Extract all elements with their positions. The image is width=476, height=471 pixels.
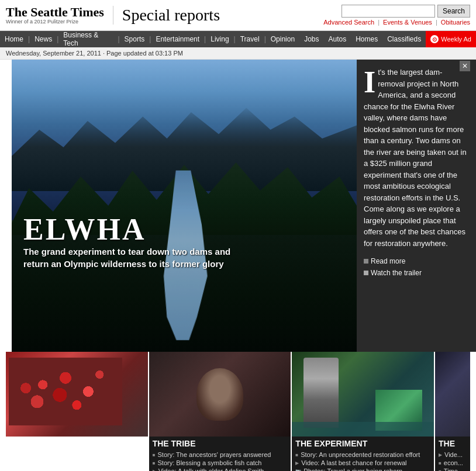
thumb-experiment-label: THE EXPERIMENT Story: An unprecedented r…	[292, 437, 434, 471]
thumb-tribe-list: Story: The ancestors' prayers answered S…	[153, 451, 288, 471]
thumb-fourth: THE Vide... econ... Time... Phot...	[435, 352, 470, 471]
thumb-tribe: THE TRIBE Story: The ancestors' prayers …	[149, 352, 292, 471]
nav-jobs[interactable]: Jobs	[299, 31, 323, 47]
site-header: The Seattle Times Winner of a 2012 Pulit…	[0, 0, 476, 31]
thumb-fourth-title: THE	[439, 439, 467, 448]
weekly-ad-button[interactable]: ⊙ Weekly Ad	[426, 31, 476, 47]
close-button[interactable]: ✕	[460, 61, 470, 71]
divider: |	[378, 19, 381, 26]
bullet-icon	[364, 259, 368, 264]
feature-subtitle: The grand experiment to tear down two da…	[23, 245, 234, 270]
list-item[interactable]: Video: A talk with elder Adeline Smith	[153, 467, 288, 471]
dateline: Wednesday, September 21, 2011 · Page upd…	[0, 47, 476, 60]
thumb-experiment-list: Story: An unprecedented restoration effo…	[295, 451, 430, 471]
nav-news[interactable]: News	[30, 31, 57, 47]
nav-living[interactable]: Living	[206, 31, 233, 47]
list-item[interactable]: Photos: Travel a river being reborn	[295, 467, 430, 471]
feature-photo	[12, 60, 357, 352]
logo-area: The Seattle Times Winner of a 2012 Pulit…	[6, 6, 113, 25]
feature-section: ELWHA The grand experiment to tear down …	[12, 60, 476, 352]
nav-home[interactable]: Home	[0, 31, 28, 47]
feature-body: I t's the largest dam-removal project in…	[364, 67, 469, 249]
thumbnails-row: REVEGETATION Interactive: A seed sampler…	[6, 352, 470, 471]
water-graphic	[292, 422, 434, 437]
obituaries-link[interactable]: Obituaries	[441, 19, 470, 26]
thumb-tribe-title: THE TRIBE	[153, 439, 288, 448]
thumb-tribe-image	[149, 352, 291, 437]
search-area: Search Advanced Search | Events & Venues…	[323, 5, 470, 26]
search-button[interactable]: Search	[437, 5, 470, 18]
nav-sports[interactable]: Sports	[120, 31, 150, 47]
watch-trailer-link[interactable]: Watch the trailer	[364, 269, 469, 277]
thumb-fourth-image	[435, 352, 470, 437]
search-row: Search	[342, 5, 470, 18]
nav-travel[interactable]: Travel	[236, 31, 264, 47]
search-input[interactable]	[342, 5, 435, 18]
main-nav: Home | News | Business & Tech | Sports |…	[0, 31, 476, 47]
thumb-fourth-list: Vide... econ... Time... Phot...	[439, 451, 467, 471]
list-item[interactable]: Story: An unprecedented restoration effo…	[295, 451, 430, 459]
nav-autos[interactable]: Autos	[323, 31, 351, 47]
list-item[interactable]: Story: The ancestors' prayers answered	[153, 451, 288, 459]
nav-left: Home | News | Business & Tech | Sports |…	[0, 31, 299, 47]
events-venues-link[interactable]: Events & Venues	[383, 19, 432, 26]
weekly-ad-label: Weekly Ad	[441, 36, 471, 43]
thumb-revegetation: REVEGETATION Interactive: A seed sampler…	[6, 352, 149, 471]
drop-cap: I	[364, 67, 375, 95]
list-item[interactable]: Vide...	[439, 451, 467, 459]
advanced-search-link[interactable]: Advanced Search	[323, 19, 374, 26]
feature-sidebar: I t's the largest dam-removal project in…	[357, 60, 476, 352]
weekly-ad-icon: ⊙	[430, 35, 439, 43]
nav-business[interactable]: Business & Tech	[58, 31, 118, 47]
list-item[interactable]: Time...	[439, 467, 467, 471]
feature-links: Read more Watch the trailer	[364, 257, 469, 277]
search-links: Advanced Search | Events & Venues | Obit…	[323, 19, 470, 26]
thumb-experiment-title: THE EXPERIMENT	[295, 439, 430, 448]
read-more-link[interactable]: Read more	[364, 257, 469, 265]
nav-right: Jobs Autos Homes Classifieds ⊙ Weekly Ad	[299, 31, 476, 47]
thumb-revegetation-image	[6, 352, 148, 437]
site-logo: The Seattle Times	[6, 6, 104, 19]
tribe-portrait	[196, 368, 243, 421]
divider: |	[436, 19, 439, 26]
thumb-experiment: THE EXPERIMENT Story: An unprecedented r…	[292, 352, 435, 471]
nav-classifieds[interactable]: Classifieds	[382, 31, 426, 47]
nav-entertainment[interactable]: Entertainment	[151, 31, 204, 47]
list-item[interactable]: Story: Blessing a symbolic fish catch	[153, 459, 288, 467]
logo-subtitle: Winner of a 2012 Pulitzer Prize	[6, 19, 104, 25]
thumb-fourth-label: THE Vide... econ... Time... Phot...	[435, 437, 470, 471]
list-item[interactable]: econ...	[439, 459, 467, 467]
thumb-tribe-label: THE TRIBE Story: The ancestors' prayers …	[149, 437, 291, 471]
thumb-experiment-image	[292, 352, 434, 437]
dam-graphic	[303, 358, 339, 428]
nav-homes[interactable]: Homes	[351, 31, 382, 47]
nav-opinion[interactable]: Opinion	[266, 31, 299, 47]
feature-image: ELWHA The grand experiment to tear down …	[12, 60, 357, 352]
feature-title: ELWHA	[23, 212, 146, 247]
page-title: Special reports	[122, 6, 323, 25]
video-icon	[364, 271, 368, 275]
list-item[interactable]: Video: A last best chance for renewal	[295, 459, 430, 467]
